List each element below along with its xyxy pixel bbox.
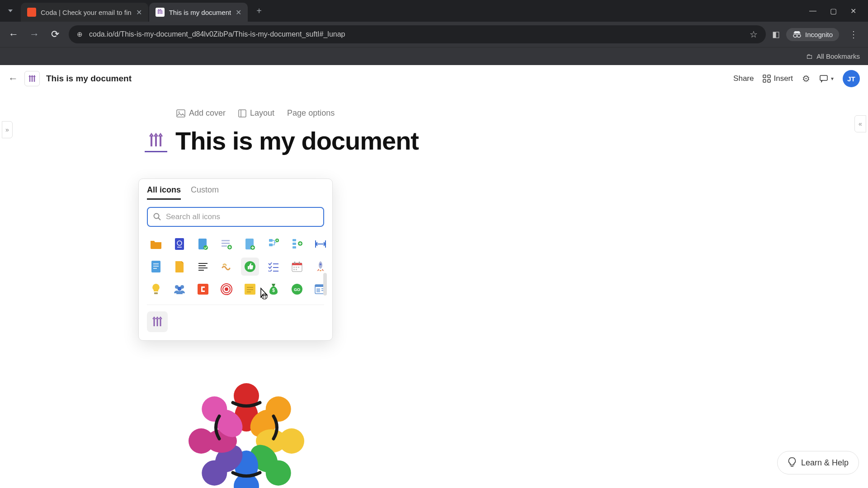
settings-gear-icon[interactable]: ⚙ — [802, 73, 810, 84]
svg-rect-25 — [269, 244, 273, 246]
checklist-icon[interactable] — [264, 258, 283, 276]
browser-tab-strip: Coda | Check your email to fin ✕ This is… — [0, 0, 868, 22]
page-content: Add cover Layout Page options This is my… — [0, 92, 868, 155]
all-bookmarks-button[interactable]: 🗀 All Bookmarks — [806, 52, 860, 60]
site-info-icon[interactable]: ⊕ — [77, 30, 83, 38]
recent-icon-0[interactable] — [147, 311, 168, 332]
slider-move-icon — [151, 315, 164, 328]
side-panel-icon[interactable]: ◧ — [772, 29, 780, 39]
svg-rect-50 — [293, 267, 295, 268]
close-window-icon[interactable]: ✕ — [850, 7, 856, 15]
hands-icon[interactable] — [217, 258, 236, 276]
list-add-icon[interactable] — [217, 235, 236, 253]
tree-add-icon[interactable] — [264, 235, 283, 253]
go-badge-icon[interactable]: GO — [288, 280, 306, 298]
tab-custom[interactable]: Custom — [191, 185, 219, 200]
all-bookmarks-label: All Bookmarks — [816, 52, 860, 60]
svg-rect-9 — [239, 110, 246, 117]
news-icon[interactable] — [311, 280, 330, 298]
tab-title: This is my document — [169, 9, 231, 16]
app-back-button[interactable]: ← — [8, 73, 18, 84]
coda-logo-icon[interactable] — [194, 280, 212, 298]
recent-icons-row — [147, 311, 324, 332]
passport-icon[interactable] — [170, 235, 189, 253]
icon-grid: $ GO — [147, 235, 324, 305]
reload-button[interactable]: ⟳ — [48, 27, 62, 42]
coda-favicon-icon — [27, 8, 36, 17]
address-bar[interactable]: ⊕ coda.io/d/This-is-my-document_d84lv0Zi… — [69, 25, 766, 43]
doc-check-icon[interactable] — [194, 235, 212, 253]
svg-point-55 — [320, 263, 321, 265]
incognito-icon — [793, 31, 802, 38]
forward-button[interactable]: → — [27, 27, 42, 42]
svg-rect-53 — [293, 269, 295, 270]
svg-point-1 — [797, 34, 801, 38]
add-cover-button[interactable]: Add cover — [176, 108, 226, 118]
icon-search-input[interactable] — [166, 212, 318, 221]
doc-plus-icon[interactable] — [241, 235, 259, 253]
icon-grid-scrollbar[interactable] — [323, 273, 327, 296]
layout-button[interactable]: Layout — [238, 108, 274, 118]
svg-rect-4 — [763, 80, 766, 82]
note-yellow-icon[interactable] — [241, 280, 259, 298]
bulb-icon[interactable] — [147, 280, 165, 298]
rocket-icon[interactable] — [311, 258, 330, 276]
slider-move-icon — [147, 131, 165, 149]
svg-rect-29 — [292, 246, 296, 249]
page-title[interactable]: This is my document — [175, 126, 419, 155]
tab-close-icon[interactable]: ✕ — [136, 8, 142, 17]
money-bag-icon[interactable]: $ — [264, 280, 283, 298]
svg-rect-19 — [222, 243, 230, 244]
svg-rect-3 — [768, 75, 770, 78]
svg-rect-52 — [298, 267, 299, 268]
maximize-icon[interactable]: ▢ — [830, 7, 837, 15]
page-yellow-icon[interactable] — [170, 258, 189, 276]
layout-icon — [238, 109, 246, 117]
target-icon[interactable] — [217, 280, 236, 298]
learn-help-button[interactable]: Learn & Help — [777, 451, 859, 474]
layout-label: Layout — [250, 108, 274, 118]
image-icon — [176, 109, 185, 117]
width-icon[interactable] — [311, 235, 330, 253]
tab-all-icons[interactable]: All icons — [147, 185, 181, 200]
folder-icon[interactable] — [147, 235, 165, 253]
tab-title: Coda | Check your email to fin — [41, 9, 132, 16]
thumbs-up-icon[interactable] — [241, 258, 259, 276]
browser-tab-1[interactable]: This is my document ✕ — [149, 3, 248, 22]
team-icon[interactable] — [170, 280, 189, 298]
bookmark-star-icon[interactable]: ☆ — [750, 29, 758, 40]
chevron-down-icon: ▾ — [831, 75, 834, 82]
comment-icon — [819, 74, 828, 83]
page-options-button[interactable]: Page options — [287, 108, 335, 118]
window-controls: — ▢ ✕ — [809, 7, 863, 15]
calendar-icon[interactable] — [288, 258, 306, 276]
minimize-icon[interactable]: — — [809, 7, 816, 15]
user-avatar[interactable]: JT — [843, 70, 860, 87]
comments-button[interactable]: ▾ — [819, 74, 834, 83]
page-title-icon-button[interactable] — [145, 130, 167, 152]
svg-text:$: $ — [272, 288, 275, 293]
tab-close-icon[interactable]: ✕ — [236, 8, 241, 17]
align-text-icon[interactable] — [194, 258, 212, 276]
svg-rect-49 — [299, 262, 300, 264]
doc-icon-button[interactable] — [24, 71, 40, 86]
tree-plus-icon[interactable] — [288, 235, 306, 253]
new-tab-button[interactable]: + — [251, 3, 267, 19]
svg-rect-20 — [222, 245, 227, 247]
icon-search-box[interactable] — [147, 207, 324, 227]
back-button[interactable]: ← — [6, 27, 21, 42]
grid-icon — [763, 75, 771, 83]
svg-rect-64 — [245, 284, 255, 295]
tab-search-dropdown[interactable] — [5, 5, 16, 17]
doc-title[interactable]: This is my document — [46, 74, 132, 84]
incognito-indicator[interactable]: Incognito — [786, 28, 839, 41]
learn-help-label: Learn & Help — [801, 458, 849, 468]
doc-blue-icon[interactable] — [147, 258, 165, 276]
insert-button[interactable]: Insert — [763, 74, 793, 83]
page-options-row: Add cover Layout Page options — [176, 108, 868, 118]
team-circle-graphic — [170, 373, 323, 488]
browser-tab-0[interactable]: Coda | Check your email to fin ✕ — [21, 3, 148, 22]
chrome-menu-icon[interactable]: ⋮ — [845, 29, 862, 40]
doc-favicon-icon — [156, 8, 165, 17]
share-button[interactable]: Share — [733, 74, 754, 83]
